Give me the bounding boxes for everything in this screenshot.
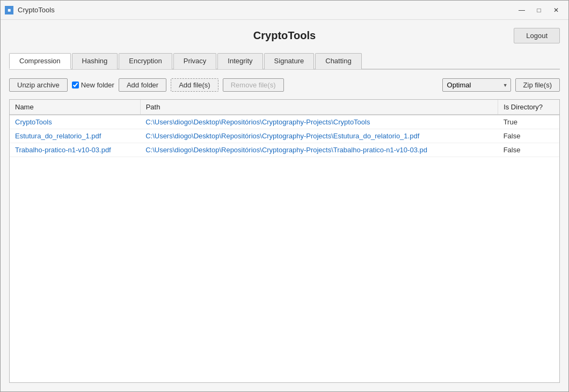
compression-select[interactable]: Optimal Fastest No compression	[442, 78, 511, 92]
cell-name: CryptoTools	[10, 115, 140, 129]
cell-path: C:\Users\diogo\Desktop\Repositórios\Cryp…	[140, 143, 498, 157]
cell-is-directory: False	[498, 129, 559, 143]
cell-is-directory: True	[498, 115, 559, 129]
window-controls: — □ ✕	[514, 4, 564, 17]
add-files-button[interactable]: Add file(s)	[171, 78, 218, 92]
tab-hashing[interactable]: Hashing	[72, 53, 118, 69]
tab-encryption[interactable]: Encryption	[119, 53, 172, 69]
cell-name: Trabalho-pratico-n1-v10-03.pdf	[10, 143, 140, 157]
table-row[interactable]: Trabalho-pratico-n1-v10-03.pdfC:\Users\d…	[10, 143, 559, 157]
table-row[interactable]: Estutura_do_relatorio_1.pdfC:\Users\diog…	[10, 129, 559, 143]
logout-button[interactable]: Logout	[514, 28, 560, 43]
cell-path: C:\Users\diogo\Desktop\Repositórios\Cryp…	[140, 115, 498, 129]
col-is-directory: Is Directory?	[498, 100, 559, 115]
app-title: CryptoTools	[253, 29, 316, 42]
app-header: CryptoTools Logout	[9, 25, 560, 46]
unzip-archive-button[interactable]: Unzip archive	[9, 78, 68, 92]
tab-bar: Compression Hashing Encryption Privacy I…	[9, 53, 560, 70]
zip-files-button[interactable]: Zip file(s)	[515, 78, 560, 92]
compression-select-wrapper: Optimal Fastest No compression	[442, 78, 511, 92]
remove-files-button[interactable]: Remove file(s)	[223, 78, 284, 92]
files-table: Name Path Is Directory? CryptoToolsC:\Us…	[10, 100, 559, 157]
add-folder-button[interactable]: Add folder	[119, 78, 166, 92]
files-table-container: Name Path Is Directory? CryptoToolsC:\Us…	[9, 99, 560, 383]
tab-signature[interactable]: Signature	[264, 53, 315, 69]
main-window: ■ CryptoTools — □ ✕ CryptoTools Logout C…	[0, 0, 569, 392]
tab-integrity[interactable]: Integrity	[217, 53, 262, 69]
cell-path: C:\Users\diogo\Desktop\Repositórios\Cryp…	[140, 129, 498, 143]
titlebar: ■ CryptoTools — □ ✕	[1, 1, 568, 20]
titlebar-title: CryptoTools	[18, 6, 514, 14]
cell-is-directory: False	[498, 143, 559, 157]
new-folder-checkbox[interactable]	[72, 82, 79, 88]
col-path: Path	[140, 100, 498, 115]
close-button[interactable]: ✕	[548, 4, 564, 17]
content-area: CryptoTools Logout Compression Hashing E…	[1, 20, 568, 391]
col-name: Name	[10, 100, 140, 115]
cell-name: Estutura_do_relatorio_1.pdf	[10, 129, 140, 143]
tab-compression[interactable]: Compression	[9, 53, 71, 69]
table-header-row: Name Path Is Directory?	[10, 100, 559, 115]
maximize-button[interactable]: □	[531, 4, 547, 17]
tab-privacy[interactable]: Privacy	[173, 53, 217, 69]
new-folder-label: New folder	[81, 81, 114, 89]
toolbar: Unzip archive New folder Add folder Add …	[9, 75, 560, 95]
app-icon: ■	[5, 6, 13, 14]
table-row[interactable]: CryptoToolsC:\Users\diogo\Desktop\Reposi…	[10, 115, 559, 129]
minimize-button[interactable]: —	[514, 4, 530, 17]
tab-chatting[interactable]: Chatting	[315, 53, 361, 69]
new-folder-checkbox-label[interactable]: New folder	[72, 81, 114, 89]
